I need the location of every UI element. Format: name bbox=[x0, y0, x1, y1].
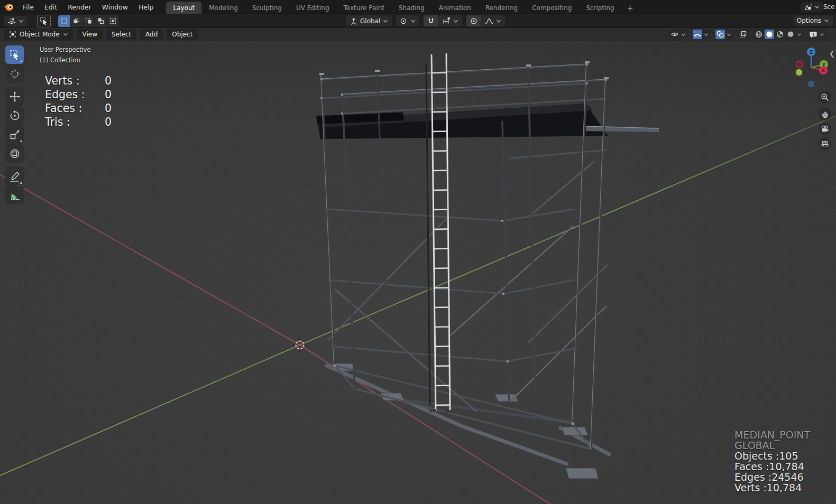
proportional-editing-toggle[interactable] bbox=[466, 15, 481, 26]
active-tool-indicator[interactable] bbox=[37, 15, 51, 27]
select-box-icon bbox=[9, 49, 21, 61]
tab-uv-editing[interactable]: UV Editing bbox=[289, 2, 336, 14]
navigation-gizmo[interactable]: Z Y X bbox=[796, 48, 828, 87]
tool-scale-button[interactable] bbox=[5, 125, 24, 144]
shading-rendered-button[interactable] bbox=[786, 30, 795, 39]
zoom-button[interactable] bbox=[819, 91, 831, 104]
scene-selector[interactable] bbox=[801, 2, 823, 12]
mode-label: Object Mode bbox=[20, 31, 60, 38]
shading-material-button[interactable] bbox=[775, 30, 785, 39]
select-mode-invert[interactable] bbox=[95, 15, 107, 27]
orientation-mode-label: GLOBAL bbox=[734, 440, 810, 451]
scene-name-clipped[interactable]: Sce bbox=[823, 3, 836, 11]
xray-icon bbox=[739, 30, 747, 39]
menu-help[interactable]: Help bbox=[133, 0, 159, 14]
tab-shading[interactable]: Shading bbox=[392, 2, 431, 14]
gizmo-axis-neg-x[interactable] bbox=[796, 61, 803, 68]
orientation-axes-icon bbox=[350, 17, 358, 25]
3d-viewport[interactable]: Z Y X User Perspective (1) Collection Ve… bbox=[0, 41, 836, 504]
tool-select-box-button[interactable] bbox=[5, 45, 24, 64]
mode-dropdown[interactable]: Object Mode bbox=[4, 29, 73, 40]
blender-logo-icon bbox=[4, 3, 14, 12]
tool-transform-button[interactable] bbox=[5, 144, 24, 163]
shading-wireframe-button[interactable] bbox=[754, 30, 764, 39]
gizmo-axis-neg-y[interactable] bbox=[796, 69, 802, 76]
object-type-visibility-dropdown[interactable] bbox=[668, 29, 688, 40]
select-mode-set[interactable] bbox=[58, 15, 70, 27]
chevron-down-icon bbox=[62, 31, 69, 38]
transform-orientation-dropdown[interactable]: Global bbox=[346, 15, 392, 26]
gizmo-icon bbox=[693, 30, 702, 39]
stat-tris: Tris :0 bbox=[45, 115, 112, 129]
show-overlays-toggle[interactable] bbox=[715, 30, 725, 39]
camera-view-button[interactable] bbox=[819, 123, 831, 135]
select-mode-extend[interactable] bbox=[70, 15, 82, 27]
viewport-3d-icon bbox=[7, 17, 16, 25]
show-gizmos-group bbox=[691, 29, 711, 40]
snap-increment-icon bbox=[442, 17, 451, 25]
tab-compositing[interactable]: Compositing bbox=[525, 2, 578, 14]
tab-layout[interactable]: Layout bbox=[166, 2, 201, 14]
tab-scripting[interactable]: Scripting bbox=[579, 2, 621, 14]
gizmo-axis-neg-z[interactable] bbox=[808, 81, 814, 87]
active-collection-label: (1) Collection bbox=[40, 57, 80, 64]
menu-window[interactable]: Window bbox=[97, 0, 133, 14]
tab-texture-paint[interactable]: Texture Paint bbox=[337, 2, 391, 14]
tool-cursor-button[interactable] bbox=[5, 64, 24, 83]
pivot-point-dropdown[interactable] bbox=[396, 15, 419, 26]
tab-rendering[interactable]: Rendering bbox=[479, 2, 525, 14]
show-gizmos-toggle[interactable] bbox=[693, 30, 702, 39]
menu-add[interactable]: Add bbox=[140, 29, 163, 40]
chevron-down-icon bbox=[18, 18, 24, 24]
chevron-down-icon bbox=[796, 32, 802, 38]
menu-file[interactable]: File bbox=[17, 0, 39, 14]
editor-type-selector[interactable] bbox=[4, 16, 27, 26]
tab-sculpting[interactable]: Sculpting bbox=[245, 2, 289, 14]
toggle-perspective-button[interactable] bbox=[819, 137, 831, 150]
tool-measure-button[interactable] bbox=[5, 186, 24, 204]
verts-count: Verts :10,784 bbox=[734, 482, 810, 493]
snap-target-dropdown[interactable] bbox=[438, 15, 462, 26]
pivot-mode-label: MEDIAN_POINT bbox=[734, 430, 810, 440]
select-mode-group bbox=[58, 15, 119, 27]
viewport-header: Object Mode View Select Add Object bbox=[0, 28, 836, 41]
add-workspace-button[interactable]: + bbox=[622, 2, 639, 14]
stat-label: Verts : bbox=[45, 74, 91, 87]
xray-toggle[interactable] bbox=[737, 29, 749, 40]
options-dropdown[interactable]: Options bbox=[794, 15, 833, 26]
chevron-down-icon bbox=[495, 18, 502, 24]
transform-controls: Global bbox=[346, 15, 505, 26]
menu-render[interactable]: Render bbox=[62, 0, 97, 14]
menu-view[interactable]: View bbox=[77, 29, 103, 40]
stat-value: 0 bbox=[91, 116, 112, 128]
tool-settings-bar: Global bbox=[0, 14, 836, 28]
tool-move-button[interactable] bbox=[5, 87, 24, 106]
falloff-curve-icon bbox=[485, 17, 493, 25]
proportional-falloff-dropdown[interactable] bbox=[481, 15, 505, 26]
ortho-grid-icon bbox=[821, 139, 829, 148]
snap-toggle[interactable] bbox=[424, 15, 438, 26]
tab-modeling[interactable]: Modeling bbox=[202, 2, 245, 14]
menu-edit[interactable]: Edit bbox=[39, 0, 62, 14]
select-invert-icon bbox=[97, 17, 104, 24]
select-subtract-icon bbox=[85, 17, 92, 24]
zoom-icon bbox=[821, 93, 829, 101]
shading-solid-button[interactable] bbox=[765, 30, 774, 39]
wireframe-sphere-icon bbox=[755, 30, 763, 39]
select-mode-intersect[interactable] bbox=[107, 15, 119, 27]
tab-animation[interactable]: Animation bbox=[432, 2, 478, 14]
stat-value: 0 bbox=[91, 88, 112, 101]
tool-rotate-button[interactable] bbox=[5, 106, 24, 125]
sidebar-toggle-arrow[interactable]: ❮ bbox=[829, 50, 835, 58]
snapping-group bbox=[424, 15, 462, 26]
menu-object[interactable]: Object bbox=[167, 29, 198, 40]
rotate-icon bbox=[9, 110, 21, 122]
select-mode-subtract[interactable] bbox=[82, 15, 95, 27]
pivot-icon bbox=[399, 17, 408, 25]
info-dropdown[interactable] bbox=[807, 29, 826, 40]
menu-select[interactable]: Select bbox=[106, 29, 136, 40]
3d-cursor-icon bbox=[9, 68, 21, 80]
pan-button[interactable] bbox=[819, 108, 831, 120]
blender-app-menu-button[interactable] bbox=[0, 0, 17, 14]
tool-annotate-button[interactable] bbox=[5, 167, 24, 185]
